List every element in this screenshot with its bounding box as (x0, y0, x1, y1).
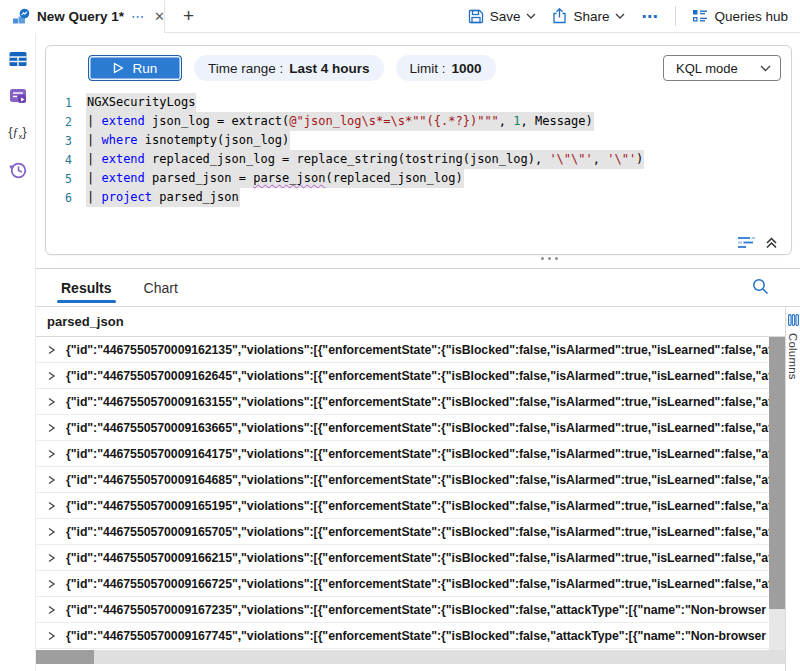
collapse-editor-icon[interactable] (765, 236, 778, 249)
share-icon (552, 8, 567, 24)
editor-zone: Run Time range : Last 4 hours Limit : 10… (36, 33, 800, 268)
expand-row-icon[interactable] (47, 397, 57, 407)
new-tab-button[interactable]: + (177, 4, 200, 28)
expand-row-icon[interactable] (47, 631, 57, 641)
table-row[interactable]: {"id":"4467550570009162135","violations"… (36, 337, 785, 363)
table-row[interactable]: {"id":"4467550570009164175","violations"… (36, 441, 785, 467)
time-range-value: Last 4 hours (289, 61, 369, 76)
code-text: NGXSecurityLogs (86, 93, 196, 112)
query-tab[interactable]: New Query 1* ⋯ ✕ (0, 0, 165, 33)
functions-icon[interactable]: {ƒx} (7, 122, 29, 144)
code-text: | project parsed_json (86, 188, 240, 207)
row-json-text: {"id":"4467550570009163665","violations"… (66, 421, 785, 435)
columns-panel-label: Columns (787, 333, 799, 380)
history-icon[interactable] (7, 159, 29, 181)
horizontal-scrollbar[interactable] (36, 650, 785, 664)
row-json-text: {"id":"4467550570009167235","violations"… (66, 603, 785, 617)
table-row[interactable]: {"id":"4467550570009163665","violations"… (36, 415, 785, 441)
code-text: | extend json_log = extract(@"json_log\s… (86, 112, 594, 131)
adx-logo-icon (12, 8, 30, 26)
expand-row-icon[interactable] (47, 527, 57, 537)
tab-results[interactable]: Results (59, 269, 114, 306)
limit-picker[interactable]: Limit : 1000 (396, 55, 496, 81)
columns-icon (788, 314, 799, 326)
table-row[interactable]: {"id":"4467550570009167745","violations"… (36, 623, 785, 649)
panel-splitter-handle[interactable] (541, 257, 558, 260)
run-button[interactable]: Run (88, 55, 182, 81)
divider (675, 6, 676, 26)
expand-row-icon[interactable] (47, 501, 57, 511)
line-number: 3 (46, 131, 72, 150)
table-row[interactable]: {"id":"4467550570009165705","violations"… (36, 519, 785, 545)
expand-row-icon[interactable] (47, 345, 57, 355)
expand-row-icon[interactable] (47, 605, 57, 615)
queries-hub-label: Queries hub (714, 9, 788, 24)
horizontal-scrollbar-thumb[interactable] (36, 650, 94, 664)
table-row[interactable]: {"id":"4467550570009164685","violations"… (36, 467, 785, 493)
code-editor[interactable]: 1NGXSecurityLogs2| extend json_log = ext… (46, 93, 791, 207)
search-icon[interactable] (752, 278, 769, 295)
code-text: | extend parsed_json = parse_json(replac… (86, 169, 464, 188)
row-json-text: {"id":"4467550570009164685","violations"… (66, 473, 785, 487)
results-tab-strip: Results Chart (36, 269, 800, 306)
tab-close-icon[interactable]: ✕ (152, 8, 167, 25)
tab-chart[interactable]: Chart (142, 269, 180, 306)
grid-rows: {"id":"4467550570009162135","violations"… (36, 337, 785, 650)
results-grid-area: parsed_json {"id":"4467550570009162135",… (36, 306, 800, 671)
line-number: 5 (46, 169, 72, 188)
expand-row-icon[interactable] (47, 449, 57, 459)
query-editor-panel: Run Time range : Last 4 hours Limit : 10… (45, 45, 792, 255)
code-line[interactable]: 3| where isnotempty(json_log) (46, 131, 791, 150)
data-tables-icon[interactable] (7, 48, 29, 70)
saved-queries-icon[interactable] (7, 85, 29, 107)
columns-side-panel[interactable]: Columns (785, 307, 800, 671)
table-row[interactable]: {"id":"4467550570009166725","violations"… (36, 571, 785, 597)
share-label: Share (573, 9, 609, 24)
format-query-icon[interactable] (737, 236, 756, 249)
row-json-text: {"id":"4467550570009166215","violations"… (66, 551, 785, 565)
line-number: 2 (46, 112, 72, 131)
vertical-scrollbar[interactable] (769, 337, 785, 650)
row-json-text: {"id":"4467550570009165195","violations"… (66, 499, 785, 513)
column-header-parsed-json[interactable]: parsed_json (36, 307, 785, 337)
code-line[interactable]: 2| extend json_log = extract(@"json_log\… (46, 112, 791, 131)
time-range-picker[interactable]: Time range : Last 4 hours (194, 55, 384, 81)
limit-label: Limit : (410, 61, 446, 76)
line-number: 4 (46, 150, 72, 169)
play-icon (113, 62, 124, 74)
expand-row-icon[interactable] (47, 475, 57, 485)
code-line[interactable]: 6| project parsed_json (46, 188, 791, 207)
app-root: New Query 1* ⋯ ✕ + Save (0, 0, 800, 671)
code-line[interactable]: 4| extend replaced_json_log = replace_st… (46, 150, 791, 169)
share-button[interactable]: Share (552, 8, 625, 24)
expand-row-icon[interactable] (47, 553, 57, 563)
code-line[interactable]: 1NGXSecurityLogs (46, 93, 791, 112)
row-json-text: {"id":"4467550570009162135","violations"… (66, 343, 785, 357)
chevron-down-icon (526, 13, 536, 19)
table-row[interactable]: {"id":"4467550570009167235","violations"… (36, 597, 785, 623)
chevron-down-icon (615, 13, 625, 19)
tab-title: New Query 1* (37, 9, 124, 24)
kql-mode-select[interactable]: KQL mode (663, 55, 781, 81)
tab-more-icon[interactable]: ⋯ (131, 10, 145, 23)
vertical-scrollbar-thumb[interactable] (769, 337, 785, 609)
table-row[interactable]: {"id":"4467550570009163155","violations"… (36, 389, 785, 415)
table-row[interactable]: {"id":"4467550570009162645","violations"… (36, 363, 785, 389)
save-button[interactable]: Save (468, 8, 537, 24)
table-row[interactable]: {"id":"4467550570009166215","violations"… (36, 545, 785, 571)
expand-row-icon[interactable] (47, 371, 57, 381)
row-json-text: {"id":"4467550570009162645","violations"… (66, 369, 785, 383)
limit-value: 1000 (452, 61, 482, 76)
line-number: 6 (46, 188, 72, 207)
main-area: {ƒx} (0, 33, 800, 671)
table-row[interactable]: {"id":"4467550570009165195","violations"… (36, 493, 785, 519)
queries-hub-button[interactable]: Queries hub (692, 8, 788, 24)
row-json-text: {"id":"4467550570009167745","violations"… (66, 629, 785, 643)
more-actions-icon[interactable]: ⋯ (641, 7, 659, 26)
row-json-text: {"id":"4467550570009166725","violations"… (66, 577, 785, 591)
code-line[interactable]: 5| extend parsed_json = parse_json(repla… (46, 169, 791, 188)
tab-bar: New Query 1* ⋯ ✕ + Save (0, 0, 800, 33)
expand-row-icon[interactable] (47, 423, 57, 433)
row-json-text: {"id":"4467550570009165705","violations"… (66, 525, 785, 539)
expand-row-icon[interactable] (47, 579, 57, 589)
